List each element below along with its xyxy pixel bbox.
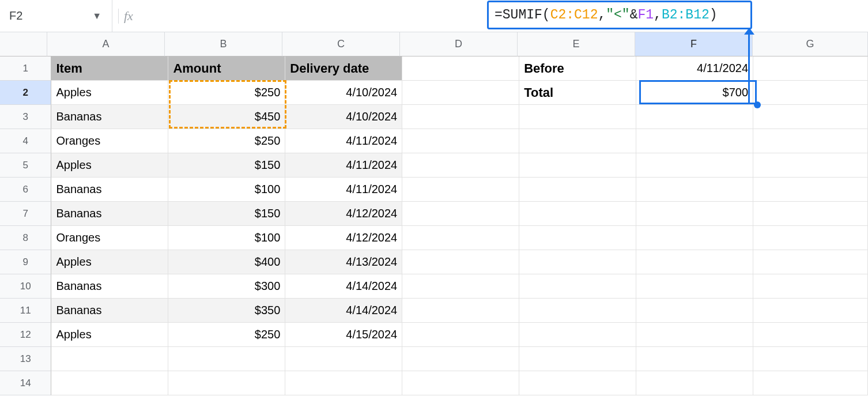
cell-E10[interactable] — [519, 274, 636, 299]
cell-C6[interactable]: 4/11/2024 — [285, 178, 402, 202]
cell-F13[interactable] — [636, 347, 753, 371]
cell-G6[interactable] — [753, 178, 868, 202]
cell-A8[interactable]: Oranges — [51, 226, 168, 250]
cell-A3[interactable]: Bananas — [51, 105, 168, 129]
cell-F5[interactable] — [636, 153, 753, 178]
cell-D1[interactable] — [402, 56, 519, 81]
cell-F2[interactable]: $700 — [636, 81, 753, 105]
cell-E4[interactable] — [519, 129, 636, 153]
row-header-1[interactable]: 1 — [0, 56, 51, 81]
cell-C9[interactable]: 4/13/2024 — [285, 250, 402, 274]
cell-A4[interactable]: Oranges — [51, 129, 168, 153]
row-header-5[interactable]: 5 — [0, 153, 51, 178]
row-header-12[interactable]: 12 — [0, 323, 51, 347]
cell-G8[interactable] — [753, 226, 868, 250]
cell-D13[interactable] — [402, 347, 519, 371]
cell-G9[interactable] — [753, 250, 868, 274]
cell-A13[interactable] — [51, 347, 168, 371]
cell-A5[interactable]: Apples — [51, 153, 168, 178]
cell-B10[interactable]: $300 — [168, 274, 285, 299]
name-box[interactable]: F2 ▼ — [0, 0, 112, 32]
cell-G1[interactable] — [753, 56, 868, 81]
cell-G11[interactable] — [753, 299, 868, 323]
cell-C10[interactable]: 4/14/2024 — [285, 274, 402, 299]
column-header-c[interactable]: C — [282, 32, 400, 56]
cell-A1[interactable]: Item — [51, 56, 168, 81]
cell-G3[interactable] — [753, 105, 868, 129]
cell-C13[interactable] — [285, 347, 402, 371]
cell-B1[interactable]: Amount — [168, 56, 285, 81]
cell-C11[interactable]: 4/14/2024 — [285, 299, 402, 323]
cell-D14[interactable] — [402, 371, 519, 395]
cell-E13[interactable] — [519, 347, 636, 371]
cell-A10[interactable]: Bananas — [51, 274, 168, 299]
cell-B9[interactable]: $400 — [168, 250, 285, 274]
column-header-g[interactable]: G — [753, 32, 868, 56]
cell-A12[interactable]: Apples — [51, 323, 168, 347]
cell-F11[interactable] — [636, 299, 753, 323]
cell-G14[interactable] — [753, 371, 868, 395]
cell-G7[interactable] — [753, 202, 868, 226]
cell-C14[interactable] — [285, 371, 402, 395]
cell-F9[interactable] — [636, 250, 753, 274]
cell-E1[interactable]: Before — [519, 56, 636, 81]
cell-B8[interactable]: $100 — [168, 226, 285, 250]
cell-D8[interactable] — [402, 226, 519, 250]
cell-B4[interactable]: $250 — [168, 129, 285, 153]
cell-F10[interactable] — [636, 274, 753, 299]
cell-E2[interactable]: Total — [519, 81, 636, 105]
cell-A2[interactable]: Apples — [51, 81, 168, 105]
cell-C5[interactable]: 4/11/2024 — [285, 153, 402, 178]
column-header-d[interactable]: D — [400, 32, 518, 56]
cell-G10[interactable] — [753, 274, 868, 299]
cell-D11[interactable] — [402, 299, 519, 323]
row-header-4[interactable]: 4 — [0, 129, 51, 153]
cell-B13[interactable] — [168, 347, 285, 371]
cell-A11[interactable]: Bananas — [51, 299, 168, 323]
cell-E8[interactable] — [519, 226, 636, 250]
cell-B7[interactable]: $150 — [168, 202, 285, 226]
cell-B14[interactable] — [168, 371, 285, 395]
row-header-13[interactable]: 13 — [0, 347, 51, 371]
cell-C3[interactable]: 4/10/2024 — [285, 105, 402, 129]
cell-E5[interactable] — [519, 153, 636, 178]
cell-D7[interactable] — [402, 202, 519, 226]
cell-D3[interactable] — [402, 105, 519, 129]
cell-D5[interactable] — [402, 153, 519, 178]
cell-D2[interactable] — [402, 81, 519, 105]
cell-A9[interactable]: Apples — [51, 250, 168, 274]
cell-G13[interactable] — [753, 347, 868, 371]
cell-E14[interactable] — [519, 371, 636, 395]
cell-E9[interactable] — [519, 250, 636, 274]
cell-A14[interactable] — [51, 371, 168, 395]
column-header-f[interactable]: F — [635, 32, 753, 56]
cell-E11[interactable] — [519, 299, 636, 323]
cell-C4[interactable]: 4/11/2024 — [285, 129, 402, 153]
cell-C7[interactable]: 4/12/2024 — [285, 202, 402, 226]
cell-G12[interactable] — [753, 323, 868, 347]
cell-F4[interactable] — [636, 129, 753, 153]
select-all-corner[interactable] — [0, 32, 47, 56]
cell-F6[interactable] — [636, 178, 753, 202]
row-header-3[interactable]: 3 — [0, 105, 51, 129]
cell-C12[interactable]: 4/15/2024 — [285, 323, 402, 347]
cell-G4[interactable] — [753, 129, 868, 153]
cell-E6[interactable] — [519, 178, 636, 202]
cell-A6[interactable]: Bananas — [51, 178, 168, 202]
cell-B5[interactable]: $150 — [168, 153, 285, 178]
column-header-a[interactable]: A — [47, 32, 165, 56]
cell-F8[interactable] — [636, 226, 753, 250]
cell-D12[interactable] — [402, 323, 519, 347]
cell-B11[interactable]: $350 — [168, 299, 285, 323]
cell-B12[interactable]: $250 — [168, 323, 285, 347]
cell-D9[interactable] — [402, 250, 519, 274]
row-header-7[interactable]: 7 — [0, 202, 51, 226]
row-header-6[interactable]: 6 — [0, 178, 51, 202]
cell-D4[interactable] — [402, 129, 519, 153]
cell-E3[interactable] — [519, 105, 636, 129]
active-cell-handle-icon[interactable] — [754, 101, 761, 108]
dropdown-arrow-icon[interactable]: ▼ — [92, 11, 106, 21]
cell-E12[interactable] — [519, 323, 636, 347]
cell-B3[interactable]: $450 — [168, 105, 285, 129]
cell-C1[interactable]: Delivery date — [285, 56, 402, 81]
